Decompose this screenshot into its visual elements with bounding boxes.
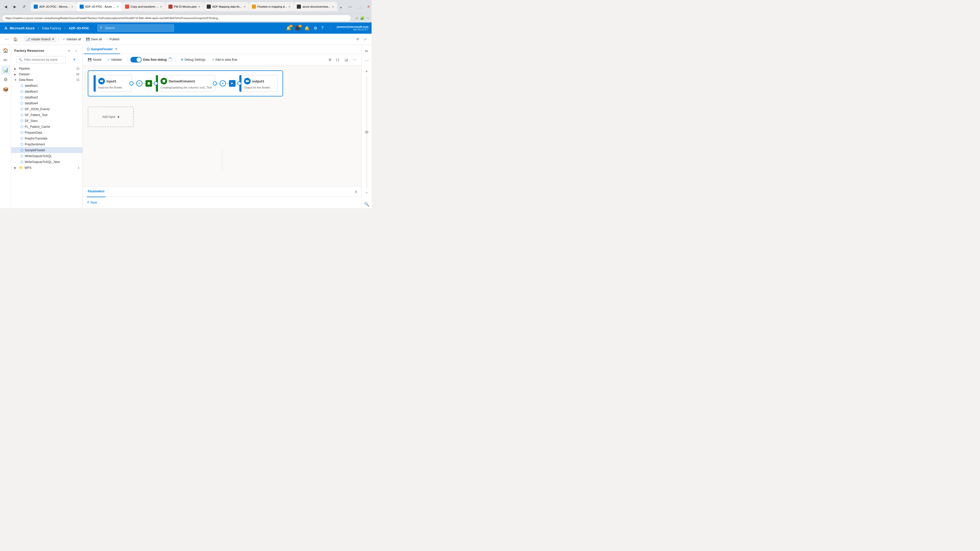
azure-logo[interactable]: Microsoft Azure (3, 25, 35, 30)
canvas-more-button[interactable]: ⋯ (351, 56, 358, 64)
user-profile-icon[interactable]: 👤 (328, 26, 333, 30)
cloud-shell-icon[interactable]: ⬛ 2 (295, 26, 301, 30)
sidebar-item-pipeline[interactable]: ▶ Pipeline 15 (11, 66, 83, 71)
sidebar-item-writeoutputstosql[interactable]: ⬡ WriteOutputsToSQL (11, 153, 83, 159)
debug-settings-button[interactable]: ⚙ Debug Settings (179, 56, 207, 64)
branch-selector[interactable]: ⎇ master branch ▼ (24, 36, 56, 42)
favorites-icon[interactable]: ☆ (355, 16, 359, 20)
add-transform-button-1[interactable]: + (136, 80, 142, 86)
sidebar-item-wps[interactable]: ▶ 📁 WPS 1 (11, 165, 83, 171)
browser-tab-7[interactable]: azure-docs/overview... ✕ (294, 2, 337, 11)
sidebar-item-sampleflowlet[interactable]: ⬡ SampleFlowlet (11, 147, 83, 153)
sidebar-manage-button[interactable]: ⚙ (1, 75, 10, 84)
parameters-tab[interactable]: Parameters (87, 186, 105, 197)
sidebar-author-button[interactable]: ✏ (1, 56, 10, 65)
factory-search-input[interactable] (24, 58, 63, 62)
zoom-slider-thumb[interactable] (365, 130, 369, 134)
sidebar-item-df-patient-test[interactable]: ⬡ DF_Patient_Test (11, 112, 83, 118)
node-derived-left-connector[interactable] (154, 81, 158, 86)
back-button[interactable]: ◀ (2, 3, 9, 10)
new-tab-button[interactable]: + (337, 4, 345, 11)
minimize-button[interactable]: — (347, 3, 354, 10)
sidebar-item-dataflows[interactable]: ▼ Data flows 15 (11, 77, 83, 83)
flow-canvas[interactable]: input1 Input for the flowlet. + (83, 65, 361, 208)
sidebar-item-dataflow4[interactable]: ⬡ dataflow4 (11, 100, 83, 106)
tab-close-1[interactable]: ✕ (71, 5, 73, 8)
address-bar[interactable]: https://madrid-ci.azure.com/en-us/author… (2, 15, 351, 21)
notifications-icon[interactable]: 🔔 4 (286, 26, 291, 30)
browser-tab-5[interactable]: ADF Mapping data flo... ✕ (204, 2, 248, 11)
debug-toggle-switch[interactable] (130, 57, 142, 62)
sidebar-item-prepfortranslate[interactable]: ⬡ PrepforTranslate (11, 135, 83, 141)
sidebar-item-dataflow2[interactable]: ⬡ dataflow2 (11, 89, 83, 94)
sidebar-item-dataflow3[interactable]: ⬡ dataflow3 (11, 94, 83, 100)
browser-tab-6[interactable]: Flowlets in mapping d... ✕ (249, 2, 294, 11)
sidebar-item-prepsentiment[interactable]: ⬡ PrepSentiment (11, 141, 83, 147)
saved-status-button[interactable]: 💾 Saved (86, 56, 103, 64)
zoom-in-button[interactable]: + (363, 67, 371, 76)
sidebar-item-writeoutputstosql-new[interactable]: ⬡ WriteOutputsToSQL_New (11, 159, 83, 165)
settings-gear-icon[interactable]: ⚙ (313, 26, 317, 30)
node-input1[interactable]: input1 Input for the flowlet. (94, 75, 132, 92)
collapse-panel-icon[interactable]: « (66, 48, 72, 54)
nav-adf-poc[interactable]: ADF-JO-POC (68, 26, 89, 30)
notifications-bell-icon[interactable]: 🔔 (304, 26, 310, 30)
tab-close-2[interactable]: ✕ (117, 5, 119, 8)
tab-sampleflowlet[interactable]: ⬡ SampleFlowlet ✕ (84, 45, 120, 54)
publish-button[interactable]: ↑ Publish (105, 35, 121, 43)
add-input-box[interactable]: Add Input ▾ (88, 106, 134, 127)
add-transform-button-2[interactable]: + (220, 80, 226, 86)
sidebar-item-preparedata[interactable]: ⬡ PrepareData (11, 130, 83, 135)
expand-panel-button[interactable]: ⤢ (362, 35, 369, 43)
add-resource-button[interactable]: + (71, 57, 77, 63)
monitor-view-button[interactable]: 📊 (342, 56, 350, 64)
validate-button[interactable]: ✓ Validate (105, 56, 124, 64)
browser-tab-4[interactable]: PM DI Mocks.pptx ✕ (165, 2, 204, 11)
nav-data-factory[interactable]: Data Factory (42, 26, 61, 30)
node-output-left-connector[interactable] (237, 81, 242, 86)
node-input1-right-connector[interactable] (129, 81, 134, 86)
sidebar-home-button[interactable]: 🏠 (1, 46, 10, 55)
forward-button[interactable]: ▶ (11, 3, 18, 10)
tab-close-7[interactable]: ✕ (332, 5, 334, 8)
sidebar-item-fl-patient-cache[interactable]: ⬡ FL_Patient_Cache (11, 124, 83, 130)
sidebar-monitor-button[interactable]: 📊 (1, 65, 10, 75)
bottom-panel-collapse-icon[interactable]: ∧ (355, 189, 357, 194)
refresh-button[interactable]: ↺ (21, 3, 27, 10)
browser-tab-3[interactable]: Copy and transform ... ✕ (122, 2, 165, 11)
browser-tab-1[interactable]: ADF-JO-POC - Micros... ✕ (30, 2, 76, 11)
shrink-panel-icon[interactable]: ‹ (73, 48, 80, 54)
sidebar-package-button[interactable]: 📦 (1, 85, 10, 94)
factory-search-box[interactable]: 🔍 (16, 56, 65, 63)
edit-right-btn[interactable]: ✏ (363, 47, 371, 55)
new-parameter-button[interactable]: + New (87, 200, 97, 205)
sidebar-item-df-json-events[interactable]: ⬡ DF_JSON_Events (11, 106, 83, 112)
tab-close-5[interactable]: ✕ (243, 5, 245, 8)
code-right-btn[interactable]: ⋯ (363, 56, 371, 64)
home-nav-button[interactable]: 🏠 (11, 35, 20, 43)
close-window-button[interactable]: ✕ (365, 3, 372, 10)
sidebar-item-dataset[interactable]: ▶ Dataset 56 (11, 71, 83, 77)
azure-search[interactable]: 🔍 Search (97, 24, 174, 32)
browser-tab-2[interactable]: ADF-JO-POC - Azure ... ✕ (76, 2, 122, 11)
sidebar-item-df-stars[interactable]: ⬡ DF_Stars (11, 118, 83, 124)
maximize-button[interactable]: ⬜ (356, 3, 363, 10)
tab-sampleflowlet-close-icon[interactable]: ✕ (115, 48, 117, 51)
help-icon[interactable]: ? (321, 26, 324, 30)
extensions-icon[interactable]: 🧩 (360, 16, 364, 20)
tab-close-6[interactable]: ✕ (288, 5, 290, 8)
search-right-btn[interactable]: 🔍 (363, 200, 371, 208)
code-view-button[interactable]: { } (334, 56, 341, 64)
expand-sidebar-button[interactable]: ⋯ (3, 35, 10, 43)
add-to-dataflow-button[interactable]: ↗ Add to data flow (210, 56, 239, 64)
node-derived-right-connector[interactable] (213, 81, 217, 86)
refresh-toolbar-button[interactable]: ↺ (354, 35, 361, 43)
table-view-button[interactable]: ⊟ (327, 56, 333, 64)
save-all-button[interactable]: 💾 Save all (84, 35, 104, 43)
validate-all-button[interactable]: ✓ Validate all (61, 35, 83, 43)
node-derivedcolumn1[interactable]: DerivedColumn1 Creating/updating the col… (156, 75, 215, 92)
browser-settings-icon[interactable]: ⋯ (366, 16, 369, 20)
tab-close-4[interactable]: ✕ (198, 5, 200, 8)
tab-close-3[interactable]: ✕ (160, 5, 162, 8)
sidebar-item-dataflow1[interactable]: ⬡ dataflow1 (11, 83, 83, 89)
